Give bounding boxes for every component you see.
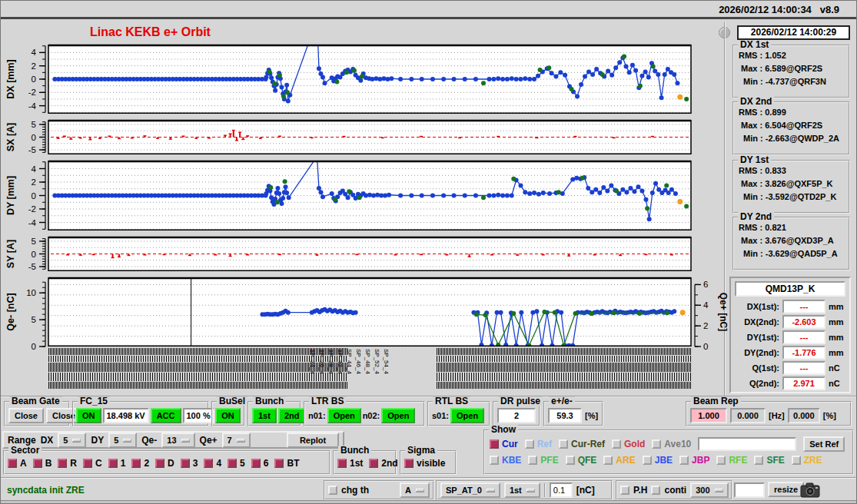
sector-checkbox-5[interactable]: 5: [228, 458, 245, 469]
replot-button[interactable]: Replot: [287, 433, 339, 448]
dr-pulse-field[interactable]: 2: [497, 408, 536, 423]
checkbox: [679, 456, 689, 465]
top-titlebar: 2026/02/12 14:00:34 v8.9: [1, 1, 856, 19]
mode-dropdown[interactable]: A: [400, 482, 430, 498]
sector-checkbox-d[interactable]: D: [155, 458, 174, 469]
sector-checkbox-3[interactable]: 3: [181, 458, 198, 469]
range-qem-dropdown[interactable]: 13: [161, 433, 194, 448]
show-checkbox-sfe[interactable]: SFE: [754, 455, 784, 466]
sector-checkbox-6[interactable]: 6: [251, 458, 269, 469]
show-checkbox-pfe[interactable]: PFE: [528, 455, 558, 466]
bunch-1st-button[interactable]: 1st: [252, 408, 277, 423]
dr-pulse-group: DR pulse 2: [493, 401, 540, 426]
bpm-name-label: SP_54_4: [383, 349, 389, 393]
range-dy-label: DY: [91, 435, 104, 446]
bpm-noise-row: [437, 373, 691, 381]
ref-name-input[interactable]: [698, 437, 796, 451]
sector-checkbox-c[interactable]: C: [83, 458, 102, 469]
sector-checkbox-b[interactable]: B: [33, 458, 52, 469]
range-dx-label: DX: [41, 435, 54, 446]
bpm-monitor-row-unit: mm: [829, 302, 845, 311]
epem-field[interactable]: 59.3: [548, 408, 582, 423]
svg-text:-5: -5: [28, 262, 36, 271]
plot-dx: 420-2-4DX [mm]: [1, 45, 727, 117]
svg-text:6: 6: [703, 280, 708, 289]
rtl-s01-open-button[interactable]: Open: [450, 408, 484, 423]
show-checkbox-ave10[interactable]: Ave10: [652, 439, 691, 449]
sigma-checkbox-visible[interactable]: visible: [404, 458, 445, 469]
range-label: Range: [8, 435, 36, 446]
show-checkbox-gold[interactable]: Gold: [612, 439, 645, 449]
sector-checkbox-bt[interactable]: BT: [274, 458, 299, 469]
bunch-label: Bunch: [253, 396, 286, 406]
checkbox-label: JBE: [655, 455, 673, 466]
threshold-input[interactable]: 0.1: [550, 482, 573, 498]
data-timestamp: 2026/02/12 14:00:29: [737, 25, 850, 40]
dropdown-indicator: [181, 439, 190, 442]
stat-min: Min : -2.663@QWDP_2A: [734, 131, 849, 144]
sector-checkbox-1[interactable]: 1: [108, 458, 126, 469]
plot-sy: 50-5SY [A]: [1, 237, 727, 274]
bunch-select-group: Bunch 1st2nd: [333, 450, 397, 475]
sector-checkbox-a[interactable]: A: [8, 458, 27, 469]
beam-rep-set-field[interactable]: 1.000: [690, 408, 727, 423]
resize-button[interactable]: resize: [768, 482, 804, 497]
ltr-n01-open-button[interactable]: Open: [327, 408, 361, 423]
window-bottom-edge: [1, 500, 856, 503]
beam-gate-group: Beam Gate Close Close: [4, 401, 70, 426]
checkbox-label: ARE: [616, 455, 635, 466]
show-checkbox-zre[interactable]: ZRE: [792, 455, 822, 466]
sector-checkbox-2[interactable]: 2: [131, 458, 149, 469]
count-value: 300: [696, 486, 709, 495]
extra-input[interactable]: [734, 482, 765, 498]
busel-on-button[interactable]: ON: [215, 408, 241, 423]
bunch-mode-dropdown[interactable]: 1st: [504, 482, 540, 498]
bunch-2nd-button[interactable]: 2nd: [278, 408, 306, 423]
beam-gate-close1-button[interactable]: Close: [8, 408, 44, 423]
sector-checkbox-r[interactable]: R: [58, 458, 77, 469]
fc15-kv-field[interactable]: 18.498 kV: [103, 408, 149, 423]
checkbox-label: R: [70, 458, 77, 469]
show-checkbox-jbe[interactable]: JBE: [643, 455, 673, 466]
stat-group-title: DY 1st: [738, 155, 771, 164]
range-qep-label: Qe+: [200, 435, 218, 446]
range-dy-dropdown[interactable]: 5: [108, 433, 137, 448]
ltr-n02-open-button[interactable]: Open: [381, 408, 415, 423]
bpm-monitor-row-value: ---: [782, 330, 825, 344]
svg-text:5: 5: [32, 237, 36, 246]
fc15-percent-field[interactable]: 100 %: [183, 408, 214, 423]
sp-at-value: SP_AT_0: [446, 486, 482, 495]
sp-at-dropdown[interactable]: SP_AT_0: [440, 482, 500, 498]
checkbox-label: SFE: [766, 455, 784, 466]
checkbox-label: KBE: [502, 455, 521, 466]
show-checkbox-cur[interactable]: Cur: [490, 439, 518, 449]
show-checkbox-kbe[interactable]: KBE: [490, 455, 521, 466]
bunch-checkbox-2nd[interactable]: 2nd: [369, 458, 397, 469]
snapshot-camera-icon[interactable]: [800, 482, 820, 499]
conti-checkbox[interactable]: [651, 486, 660, 495]
bpm-monitor-rows: DX(1st):---mmDX(2nd):-2.603mmDY(1st):---…: [732, 300, 848, 390]
show-checkbox-ref[interactable]: Ref: [525, 439, 552, 449]
ph-checkbox[interactable]: [620, 486, 629, 495]
show-checkbox-jbp[interactable]: JBP: [679, 455, 709, 466]
bpm-noise-row: [48, 356, 348, 362]
show-checkbox-qfe[interactable]: QFE: [566, 455, 597, 466]
stat-max: Max : 3.826@QXF5P_K: [734, 177, 849, 190]
sector-checkbox-4[interactable]: 4: [204, 458, 221, 469]
chg-th-checkbox[interactable]: [328, 486, 337, 495]
checkbox: [228, 459, 237, 468]
range-dx-dropdown[interactable]: 5: [58, 433, 86, 448]
checkbox-label: Cur-Ref: [571, 439, 605, 449]
set-ref-button[interactable]: Set Ref: [803, 436, 845, 452]
bpm-name-label: SP_42_4: [337, 349, 343, 393]
fc15-on-button[interactable]: ON: [76, 408, 101, 423]
show-checkbox-cur-ref[interactable]: Cur-Ref: [559, 439, 605, 449]
range-qep-dropdown[interactable]: 7: [222, 433, 251, 448]
show-checkbox-rfe[interactable]: RFE: [716, 455, 747, 466]
count-dropdown[interactable]: 300: [690, 482, 728, 498]
show-checkbox-are[interactable]: ARE: [603, 455, 635, 466]
bunch-checkbox-1st[interactable]: 1st: [337, 458, 363, 469]
fc15-acc-button[interactable]: ACC: [151, 408, 181, 423]
checkbox: [108, 459, 118, 468]
stat-min: Min : -3.592@QTD2P_K: [734, 190, 849, 203]
